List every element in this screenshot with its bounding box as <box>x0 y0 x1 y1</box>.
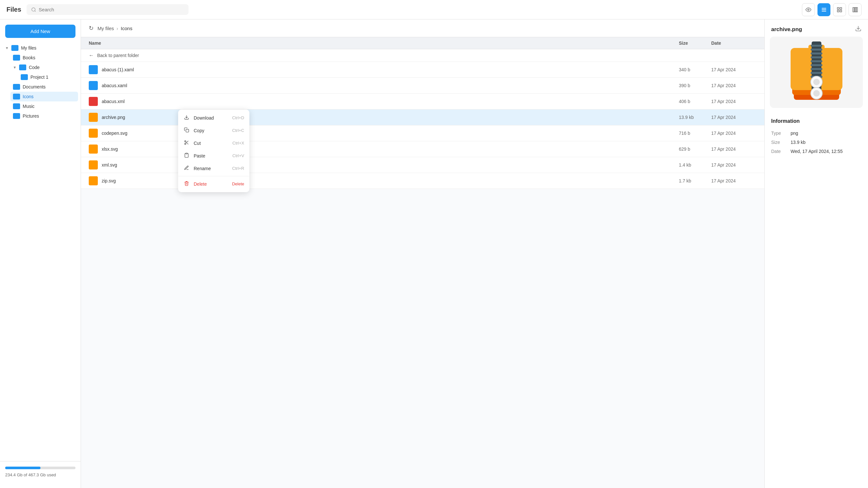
list-view-button[interactable] <box>817 3 831 16</box>
search-input[interactable] <box>39 7 184 12</box>
file-size: 1.4 kb <box>679 162 711 167</box>
sidebar-item-icons[interactable]: Icons <box>10 92 78 101</box>
svg-rect-12 <box>856 7 858 12</box>
file-icon <box>89 160 98 170</box>
file-icon <box>89 113 98 122</box>
svg-point-2 <box>808 9 809 10</box>
context-menu-delete[interactable]: Delete Delete <box>178 178 249 190</box>
sidebar-item-music[interactable]: Music <box>10 101 78 111</box>
file-date: 17 Apr 2024 <box>711 130 756 136</box>
sidebar-item-label: Code <box>29 65 39 70</box>
svg-line-1 <box>35 11 36 12</box>
refresh-button[interactable]: ↻ <box>89 25 94 32</box>
file-rows-container: abacus (1).xaml 340 b 17 Apr 2024 abacus… <box>81 62 764 189</box>
copy-icon <box>183 127 190 133</box>
context-menu-paste[interactable]: Paste Ctrl+V <box>178 149 249 162</box>
grid-view-button[interactable] <box>833 3 846 16</box>
sidebar-item-my-files[interactable]: ▼ My files <box>3 43 78 53</box>
svg-rect-34 <box>811 72 822 74</box>
main-layout: Add New ▼ My files Books ▼ Code <box>0 20 868 488</box>
search-bar <box>27 4 188 15</box>
svg-rect-8 <box>837 10 839 12</box>
folder-icon <box>11 45 19 51</box>
search-icon <box>31 7 36 12</box>
info-date-value: Wed, 17 April 2024, 12:55 <box>790 149 843 154</box>
sidebar-item-label: Books <box>23 55 35 60</box>
breadcrumb-root[interactable]: My files <box>97 26 114 31</box>
archive-preview-visual <box>770 37 863 108</box>
table-row-archive[interactable]: archive.png 13.9 kb 17 Apr 2024 Download… <box>81 110 764 125</box>
svg-rect-29 <box>811 53 822 55</box>
file-icon <box>89 176 98 185</box>
sidebar-item-books[interactable]: Books <box>10 53 78 63</box>
folder-icon <box>13 113 20 119</box>
table-row[interactable]: abacus.xaml 390 b 17 Apr 2024 <box>81 78 764 94</box>
add-new-button[interactable]: Add New <box>5 25 75 38</box>
context-menu-download[interactable]: Download Ctrl+D <box>178 112 249 124</box>
sidebar-item-documents[interactable]: Documents <box>10 82 78 92</box>
sidebar-item-project1[interactable]: Project 1 <box>18 72 78 82</box>
file-icon <box>89 97 98 106</box>
svg-rect-33 <box>811 68 822 70</box>
context-menu-cut-label: Cut <box>194 141 229 146</box>
info-size-row: Size 13.9 kb <box>771 138 862 147</box>
preview-filename: archive.png <box>771 26 802 33</box>
columns-view-button[interactable] <box>848 3 862 16</box>
svg-line-19 <box>186 142 187 143</box>
info-size-label: Size <box>771 140 790 145</box>
file-name: abacus (1).xaml <box>102 67 679 72</box>
info-date-row: Date Wed, 17 April 2024, 12:55 <box>771 147 862 156</box>
file-date: 17 Apr 2024 <box>711 115 756 120</box>
file-date: 17 Apr 2024 <box>711 147 756 152</box>
file-size: 716 b <box>679 130 711 136</box>
panel-download-button[interactable] <box>855 25 862 33</box>
context-menu-copy[interactable]: Copy Ctrl+C <box>178 124 249 137</box>
svg-point-0 <box>32 8 35 11</box>
svg-rect-28 <box>811 49 822 51</box>
sidebar-item-label: Music <box>23 104 35 109</box>
column-name: Name <box>89 40 679 46</box>
context-menu-cut[interactable]: Cut Ctrl+X <box>178 137 249 149</box>
table-row[interactable]: abacus.xml 406 b 17 Apr 2024 <box>81 94 764 110</box>
eye-icon <box>805 7 811 12</box>
file-date: 17 Apr 2024 <box>711 67 756 72</box>
info-date-label: Date <box>771 149 790 154</box>
table-row[interactable]: abacus (1).xaml 340 b 17 Apr 2024 <box>81 62 764 78</box>
svg-rect-9 <box>840 10 842 12</box>
file-icon <box>89 145 98 154</box>
back-to-parent-row[interactable]: ← Back to parent folder <box>81 49 764 62</box>
file-size: 390 b <box>679 83 711 88</box>
file-size: 406 b <box>679 99 711 104</box>
context-menu-divider <box>178 176 249 176</box>
context-menu: Download Ctrl+D Copy Ctrl+C <box>178 110 249 192</box>
file-date: 17 Apr 2024 <box>711 83 756 88</box>
grid-icon <box>837 7 842 12</box>
context-menu-rename[interactable]: Rename Ctrl+R <box>178 162 249 175</box>
context-menu-delete-label: Delete <box>194 181 228 187</box>
header: Files <box>0 0 868 20</box>
sidebar-item-pictures[interactable]: Pictures <box>10 111 78 121</box>
download-icon <box>855 25 862 32</box>
rename-icon <box>183 165 190 172</box>
context-menu-download-shortcut: Ctrl+D <box>232 115 244 120</box>
context-menu-delete-shortcut: Delete <box>232 181 244 186</box>
info-type-label: Type <box>771 130 790 136</box>
sidebar: Add New ▼ My files Books ▼ Code <box>0 20 81 488</box>
svg-line-18 <box>187 143 188 145</box>
storage-text: 234.4 Gb of 467.3 Gb used <box>5 472 56 477</box>
file-size: 340 b <box>679 67 711 72</box>
cut-icon <box>183 140 190 146</box>
svg-point-15 <box>185 141 186 142</box>
app-title: Files <box>6 6 21 13</box>
sidebar-tree: ▼ My files Books ▼ Code <box>0 43 81 461</box>
breadcrumb-separator: › <box>117 26 118 31</box>
context-menu-copy-label: Copy <box>194 128 228 133</box>
delete-icon <box>183 181 190 187</box>
file-icon <box>89 81 98 90</box>
info-title: Information <box>771 118 862 124</box>
sidebar-item-code[interactable]: ▼ Code <box>10 63 78 72</box>
svg-rect-31 <box>811 60 822 62</box>
svg-point-16 <box>185 143 186 145</box>
preview-toggle-button[interactable] <box>802 3 815 16</box>
info-type-row: Type png <box>771 129 862 138</box>
